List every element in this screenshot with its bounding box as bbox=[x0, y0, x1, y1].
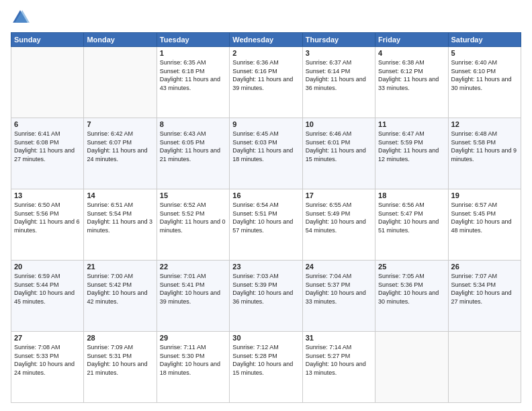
calendar-cell: 10Sunrise: 6:46 AM Sunset: 6:01 PM Dayli… bbox=[302, 118, 375, 189]
calendar-cell: 16Sunrise: 6:54 AM Sunset: 5:51 PM Dayli… bbox=[230, 189, 302, 261]
weekday-header-wednesday: Wednesday bbox=[230, 33, 302, 47]
day-number: 18 bbox=[378, 191, 445, 199]
day-number: 19 bbox=[451, 191, 518, 199]
day-info: Sunrise: 6:45 AM Sunset: 6:03 PM Dayligh… bbox=[232, 130, 299, 163]
day-info: Sunrise: 7:11 AM Sunset: 5:30 PM Dayligh… bbox=[160, 343, 226, 377]
calendar-cell: 14Sunrise: 6:51 AM Sunset: 5:54 PM Dayli… bbox=[84, 189, 157, 261]
day-info: Sunrise: 6:57 AM Sunset: 5:45 PM Dayligh… bbox=[451, 201, 518, 234]
day-number: 22 bbox=[160, 263, 226, 271]
day-info: Sunrise: 6:54 AM Sunset: 5:51 PM Dayligh… bbox=[232, 201, 299, 234]
day-number: 4 bbox=[378, 49, 445, 57]
calendar-week-row: 27Sunrise: 7:08 AM Sunset: 5:33 PM Dayli… bbox=[11, 332, 521, 403]
day-number: 24 bbox=[306, 263, 372, 271]
weekday-header-row: SundayMondayTuesdayWednesdayThursdayFrid… bbox=[11, 33, 521, 47]
calendar-week-row: 1Sunrise: 6:35 AM Sunset: 6:18 PM Daylig… bbox=[11, 47, 521, 118]
calendar-cell: 19Sunrise: 6:57 AM Sunset: 5:45 PM Dayli… bbox=[448, 189, 521, 261]
calendar-cell: 3Sunrise: 6:37 AM Sunset: 6:14 PM Daylig… bbox=[302, 47, 375, 118]
day-number: 1 bbox=[160, 49, 226, 57]
day-info: Sunrise: 6:36 AM Sunset: 6:16 PM Dayligh… bbox=[232, 58, 299, 92]
day-info: Sunrise: 6:43 AM Sunset: 6:05 PM Dayligh… bbox=[160, 130, 226, 163]
calendar-cell: 20Sunrise: 6:59 AM Sunset: 5:44 PM Dayli… bbox=[11, 261, 84, 332]
calendar-table: SundayMondayTuesdayWednesdayThursdayFrid… bbox=[11, 32, 521, 403]
calendar-cell bbox=[84, 47, 157, 118]
day-number: 28 bbox=[87, 334, 153, 342]
weekday-header-monday: Monday bbox=[84, 33, 157, 47]
day-info: Sunrise: 6:42 AM Sunset: 6:07 PM Dayligh… bbox=[87, 130, 153, 163]
calendar-cell: 7Sunrise: 6:42 AM Sunset: 6:07 PM Daylig… bbox=[84, 118, 157, 189]
day-number: 23 bbox=[232, 263, 299, 271]
calendar-week-row: 6Sunrise: 6:41 AM Sunset: 6:08 PM Daylig… bbox=[11, 118, 521, 189]
day-info: Sunrise: 6:35 AM Sunset: 6:18 PM Dayligh… bbox=[160, 58, 226, 92]
day-number: 20 bbox=[14, 263, 81, 271]
weekday-header-sunday: Sunday bbox=[11, 33, 84, 47]
weekday-header-saturday: Saturday bbox=[448, 33, 521, 47]
day-info: Sunrise: 6:52 AM Sunset: 5:52 PM Dayligh… bbox=[160, 201, 226, 234]
calendar-cell: 31Sunrise: 7:14 AM Sunset: 5:27 PM Dayli… bbox=[302, 332, 375, 403]
calendar-cell: 11Sunrise: 6:47 AM Sunset: 5:59 PM Dayli… bbox=[375, 118, 448, 189]
day-info: Sunrise: 6:37 AM Sunset: 6:14 PM Dayligh… bbox=[306, 58, 372, 92]
calendar-cell bbox=[448, 332, 521, 403]
day-info: Sunrise: 6:51 AM Sunset: 5:54 PM Dayligh… bbox=[87, 201, 153, 234]
day-number: 5 bbox=[451, 49, 518, 57]
calendar-cell: 26Sunrise: 7:07 AM Sunset: 5:34 PM Dayli… bbox=[448, 261, 521, 332]
calendar-cell: 28Sunrise: 7:09 AM Sunset: 5:31 PM Dayli… bbox=[84, 332, 157, 403]
day-number: 29 bbox=[160, 334, 226, 342]
day-number: 14 bbox=[87, 191, 153, 199]
day-info: Sunrise: 6:48 AM Sunset: 5:58 PM Dayligh… bbox=[451, 130, 518, 163]
weekday-header-friday: Friday bbox=[375, 33, 448, 47]
day-info: Sunrise: 7:07 AM Sunset: 5:34 PM Dayligh… bbox=[451, 272, 518, 306]
calendar-cell: 23Sunrise: 7:03 AM Sunset: 5:39 PM Dayli… bbox=[230, 261, 302, 332]
day-number: 15 bbox=[160, 191, 226, 199]
day-info: Sunrise: 6:55 AM Sunset: 5:49 PM Dayligh… bbox=[306, 201, 372, 234]
day-info: Sunrise: 6:40 AM Sunset: 6:10 PM Dayligh… bbox=[451, 58, 518, 92]
weekday-header-thursday: Thursday bbox=[302, 33, 375, 47]
weekday-header-tuesday: Tuesday bbox=[157, 33, 229, 47]
day-info: Sunrise: 7:00 AM Sunset: 5:42 PM Dayligh… bbox=[87, 272, 153, 306]
day-number: 16 bbox=[232, 191, 299, 199]
day-info: Sunrise: 7:09 AM Sunset: 5:31 PM Dayligh… bbox=[87, 343, 153, 377]
calendar-cell: 21Sunrise: 7:00 AM Sunset: 5:42 PM Dayli… bbox=[84, 261, 157, 332]
day-info: Sunrise: 7:08 AM Sunset: 5:33 PM Dayligh… bbox=[14, 343, 81, 377]
calendar-cell: 29Sunrise: 7:11 AM Sunset: 5:30 PM Dayli… bbox=[157, 332, 229, 403]
day-number: 3 bbox=[306, 49, 372, 57]
calendar-cell bbox=[11, 47, 84, 118]
day-info: Sunrise: 6:41 AM Sunset: 6:08 PM Dayligh… bbox=[14, 130, 81, 163]
calendar-cell: 8Sunrise: 6:43 AM Sunset: 6:05 PM Daylig… bbox=[157, 118, 229, 189]
calendar-week-row: 20Sunrise: 6:59 AM Sunset: 5:44 PM Dayli… bbox=[11, 261, 521, 332]
day-number: 31 bbox=[306, 334, 372, 342]
day-number: 13 bbox=[14, 191, 81, 199]
page: SundayMondayTuesdayWednesdayThursdayFrid… bbox=[0, 0, 532, 411]
day-number: 8 bbox=[160, 120, 226, 128]
calendar-cell: 30Sunrise: 7:12 AM Sunset: 5:28 PM Dayli… bbox=[230, 332, 302, 403]
day-info: Sunrise: 7:05 AM Sunset: 5:36 PM Dayligh… bbox=[378, 272, 445, 306]
day-info: Sunrise: 6:59 AM Sunset: 5:44 PM Dayligh… bbox=[14, 272, 81, 306]
calendar-cell: 17Sunrise: 6:55 AM Sunset: 5:49 PM Dayli… bbox=[302, 189, 375, 261]
day-number: 10 bbox=[306, 120, 372, 128]
day-number: 2 bbox=[232, 49, 299, 57]
day-info: Sunrise: 6:50 AM Sunset: 5:56 PM Dayligh… bbox=[14, 201, 81, 234]
calendar-cell: 12Sunrise: 6:48 AM Sunset: 5:58 PM Dayli… bbox=[448, 118, 521, 189]
day-number: 26 bbox=[451, 263, 518, 271]
day-info: Sunrise: 7:03 AM Sunset: 5:39 PM Dayligh… bbox=[232, 272, 299, 306]
calendar-cell: 9Sunrise: 6:45 AM Sunset: 6:03 PM Daylig… bbox=[230, 118, 302, 189]
calendar-cell bbox=[375, 332, 448, 403]
day-info: Sunrise: 7:14 AM Sunset: 5:27 PM Dayligh… bbox=[306, 343, 372, 377]
calendar-cell: 5Sunrise: 6:40 AM Sunset: 6:10 PM Daylig… bbox=[448, 47, 521, 118]
calendar-cell: 22Sunrise: 7:01 AM Sunset: 5:41 PM Dayli… bbox=[157, 261, 229, 332]
day-number: 25 bbox=[378, 263, 445, 271]
day-number: 11 bbox=[378, 120, 445, 128]
calendar-cell: 1Sunrise: 6:35 AM Sunset: 6:18 PM Daylig… bbox=[157, 47, 229, 118]
calendar-week-row: 13Sunrise: 6:50 AM Sunset: 5:56 PM Dayli… bbox=[11, 189, 521, 261]
header bbox=[11, 8, 521, 27]
day-number: 12 bbox=[451, 120, 518, 128]
day-number: 17 bbox=[306, 191, 372, 199]
day-number: 21 bbox=[87, 263, 153, 271]
day-info: Sunrise: 7:01 AM Sunset: 5:41 PM Dayligh… bbox=[160, 272, 226, 306]
day-number: 30 bbox=[232, 334, 299, 342]
day-number: 6 bbox=[14, 120, 81, 128]
day-number: 9 bbox=[232, 120, 299, 128]
calendar-cell: 4Sunrise: 6:38 AM Sunset: 6:12 PM Daylig… bbox=[375, 47, 448, 118]
day-info: Sunrise: 6:47 AM Sunset: 5:59 PM Dayligh… bbox=[378, 130, 445, 163]
logo bbox=[11, 8, 32, 27]
calendar-cell: 13Sunrise: 6:50 AM Sunset: 5:56 PM Dayli… bbox=[11, 189, 84, 261]
